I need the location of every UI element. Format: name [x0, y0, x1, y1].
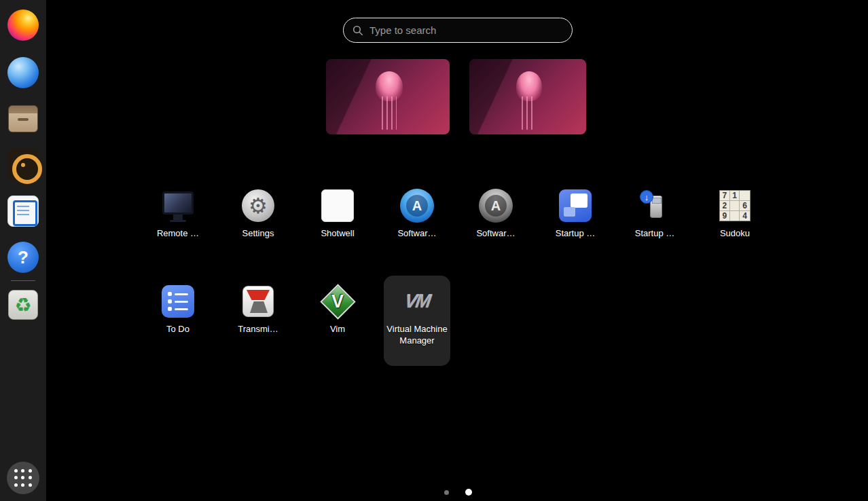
thunderbird-icon: [7, 57, 39, 88]
writer-document-icon: [7, 196, 39, 227]
gear-icon: ⚙: [242, 189, 274, 222]
app-startup-disk-creator[interactable]: ↓ Startup …: [619, 183, 690, 239]
music-record-icon: [7, 149, 39, 181]
app-label: Transmi…: [238, 323, 278, 335]
app-transmission[interactable]: Transmi…: [223, 278, 293, 335]
dock-item-firefox[interactable]: [7, 9, 39, 41]
app-label: Softwar…: [476, 227, 515, 239]
app-startup-applications[interactable]: Startup …: [540, 183, 611, 239]
dock-item-help[interactable]: ?: [7, 241, 39, 274]
download-arrow-icon: ↓: [640, 190, 653, 204]
photo-icon: [321, 189, 354, 222]
app-label: To Do: [166, 323, 189, 335]
app-vim[interactable]: V Vim: [302, 278, 373, 335]
app-label: Settings: [242, 227, 274, 239]
app-label: Startup …: [635, 227, 675, 239]
transmission-icon: [242, 286, 274, 317]
app-sudoku[interactable]: 71 26 94 Sudoku: [700, 183, 770, 239]
software-blue-icon: A: [400, 189, 434, 223]
vim-diamond-icon: V: [319, 283, 356, 320]
app-label: Virtual Machine Manager: [386, 323, 448, 346]
dock-item-libreoffice-writer[interactable]: [7, 195, 39, 227]
jellyfish-wallpaper: [516, 71, 542, 101]
app-software[interactable]: A Softwar…: [382, 183, 452, 239]
firefox-icon: [7, 10, 39, 41]
app-label: Softwar…: [397, 227, 436, 239]
workspace-thumbnail-2[interactable]: [469, 59, 586, 134]
show-applications-button[interactable]: [7, 462, 39, 494]
app-label: Shotwell: [321, 227, 354, 239]
app-remote-desktop[interactable]: Remote …: [143, 183, 213, 239]
app-grid-dots-icon: [14, 469, 33, 487]
remote-desktop-monitor-icon: [162, 191, 194, 215]
dock-item-trash[interactable]: ♻: [7, 289, 39, 321]
dock-item-thunderbird[interactable]: [7, 56, 39, 89]
app-label: Vim: [330, 323, 345, 335]
vmm-letters-icon: VM: [403, 291, 431, 312]
workspace-thumbnail-1[interactable]: [326, 59, 450, 134]
dock: ? ♻: [0, 0, 46, 501]
page-dot-2-active[interactable]: [465, 489, 472, 496]
search-bar[interactable]: [343, 18, 573, 43]
dock-item-files[interactable]: [7, 103, 39, 135]
app-label: Sudoku: [720, 227, 750, 239]
sudoku-grid-icon: 71 26 94: [719, 190, 751, 221]
app-software-updates[interactable]: A Softwar…: [460, 183, 531, 239]
dock-item-rhythmbox[interactable]: [7, 149, 39, 181]
app-label: Startup …: [556, 227, 596, 239]
search-icon: [352, 25, 363, 36]
app-virtual-machine-manager[interactable]: VM Virtual Machine Manager: [384, 276, 450, 366]
search-input[interactable]: [369, 24, 563, 36]
software-gray-icon: A: [479, 189, 513, 223]
recycle-icon: ♻: [8, 290, 38, 320]
jellyfish-wallpaper: [376, 71, 403, 101]
file-cabinet-icon: [8, 105, 38, 132]
question-mark-icon: ?: [7, 242, 39, 273]
app-todo[interactable]: To Do: [143, 278, 213, 335]
page-dot-1[interactable]: [444, 490, 449, 495]
todo-checklist-icon: [162, 285, 194, 318]
app-settings[interactable]: ⚙ Settings: [223, 183, 293, 239]
app-label: Remote …: [157, 227, 199, 239]
startup-window-icon: [559, 189, 592, 222]
dock-separator: [11, 280, 35, 281]
usb-disk-icon: ↓: [638, 189, 671, 222]
app-shotwell[interactable]: Shotwell: [302, 183, 373, 239]
